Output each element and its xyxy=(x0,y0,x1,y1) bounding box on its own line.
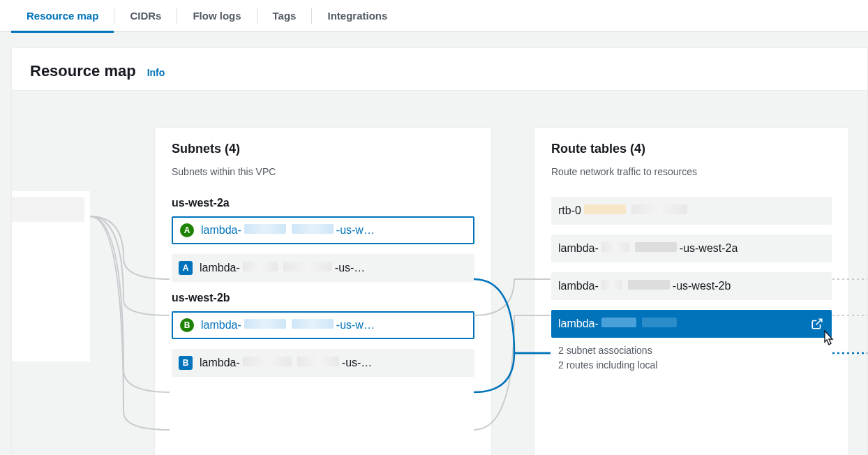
map-area: Subnets (4) Subnets within this VPC us-w… xyxy=(12,91,867,455)
redacted-text xyxy=(292,319,334,329)
az-label-b: us-west-2b xyxy=(172,292,474,304)
subnets-title: Subnets (4) xyxy=(172,142,474,156)
tab-tags[interactable]: Tags xyxy=(257,0,312,32)
redacted-text xyxy=(601,318,636,327)
route-meta: 2 subnet associations 2 routes including… xyxy=(558,343,832,373)
subnet-item-a1[interactable]: A lambda--us-w… xyxy=(172,216,474,244)
route-label: lambda- xyxy=(558,318,680,330)
subnet-label: lambda--us-… xyxy=(200,262,365,274)
subnets-card: Subnets (4) Subnets within this VPC us-w… xyxy=(154,127,492,455)
panel-title: Resource map xyxy=(30,62,136,80)
routes-subtitle: Route network traffic to resources xyxy=(551,166,832,177)
tab-integrations[interactable]: Integrations xyxy=(312,0,403,32)
subnet-label: lambda--us-w… xyxy=(201,319,375,331)
az-badge-b-icon: B xyxy=(180,318,194,332)
redacted-text xyxy=(283,262,332,271)
tabs-bar: Resource map CIDRs Flow logs Tags Integr… xyxy=(0,0,868,32)
route-item-main[interactable]: rtb-0 xyxy=(551,197,832,225)
route-item-selected[interactable]: lambda- xyxy=(551,310,832,338)
az-label-a: us-west-2a xyxy=(172,197,474,209)
az-badge-a-icon: A xyxy=(179,261,193,275)
redacted-text xyxy=(243,262,278,271)
subnet-item-b2[interactable]: B lambda--us-… xyxy=(172,349,474,377)
route-label: rtb-0 xyxy=(558,204,690,217)
subnet-label: lambda--us-w… xyxy=(201,224,375,237)
redacted-text xyxy=(244,224,286,234)
redacted-text xyxy=(631,204,687,214)
vpc-row-placeholder xyxy=(12,197,84,222)
redacted-text xyxy=(642,318,677,327)
route-label: lambda--us-west-2b xyxy=(558,280,731,292)
panel-header: Resource map Info xyxy=(12,48,867,91)
route-meta-routes: 2 routes including local xyxy=(558,358,832,373)
tab-flow-logs[interactable]: Flow logs xyxy=(177,0,256,32)
redacted-text xyxy=(601,242,629,252)
az-badge-a-icon: A xyxy=(180,223,194,237)
vpc-card-cutoff xyxy=(12,191,90,361)
subnet-label: lambda--us-… xyxy=(200,357,372,369)
resource-map-panel: Resource map Info Subnets (4) Subnets wi… xyxy=(11,47,868,455)
subnet-item-b1[interactable]: B lambda--us-w… xyxy=(172,311,474,339)
route-meta-assoc: 2 subnet associations xyxy=(558,343,832,358)
subnet-item-a2[interactable]: A lambda--us-… xyxy=(172,254,474,282)
tab-cidrs[interactable]: CIDRs xyxy=(114,0,177,32)
redacted-text xyxy=(297,357,339,366)
subnets-subtitle: Subnets within this VPC xyxy=(172,166,474,177)
routes-title: Route tables (4) xyxy=(551,142,832,156)
redacted-text xyxy=(601,280,622,290)
route-item-2a[interactable]: lambda--us-west-2a xyxy=(551,234,832,262)
az-badge-b-icon: B xyxy=(179,356,193,370)
redacted-text xyxy=(292,224,334,234)
redacted-text xyxy=(244,319,286,329)
route-item-2b[interactable]: lambda--us-west-2b xyxy=(551,272,832,300)
redacted-text xyxy=(635,242,677,252)
info-link[interactable]: Info xyxy=(147,67,165,78)
tab-resource-map[interactable]: Resource map xyxy=(11,0,114,32)
redacted-text xyxy=(243,357,292,366)
open-external-icon[interactable] xyxy=(811,318,823,330)
redacted-text xyxy=(584,204,626,214)
route-label: lambda--us-west-2a xyxy=(558,242,738,255)
redacted-text xyxy=(628,280,670,290)
route-tables-card: Route tables (4) Route network traffic t… xyxy=(534,127,849,455)
